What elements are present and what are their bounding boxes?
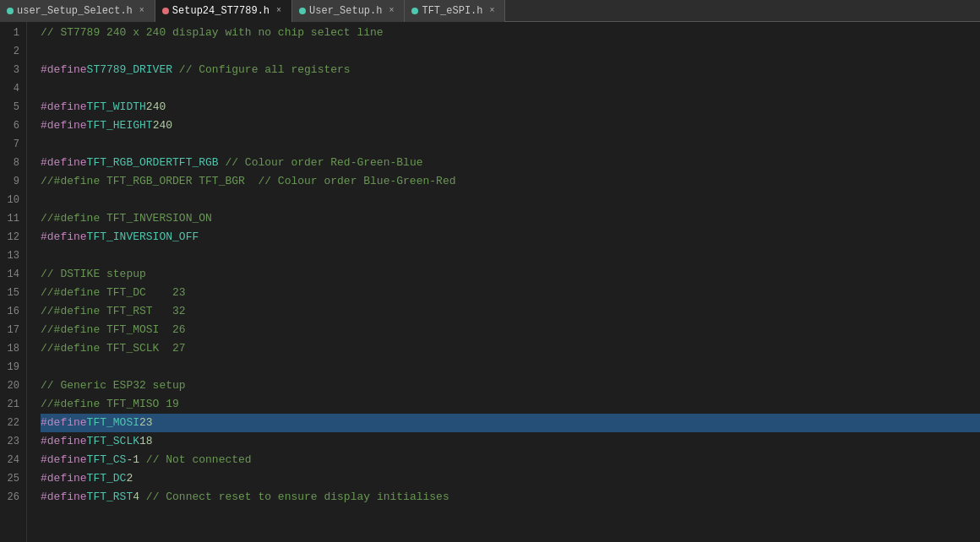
line-number-13: 13 xyxy=(0,247,19,265)
line-number-11: 11 xyxy=(0,209,19,228)
line-number-4: 4 xyxy=(0,79,19,98)
code-line-9: //#define TFT_RGB_ORDER TFT_BGR // Colou… xyxy=(41,172,980,191)
tab-label-setup24_st7789: Setup24_ST7789.h xyxy=(172,5,270,17)
code-line-22: #define TFT_MOSI 23 xyxy=(41,414,980,432)
tab-label-tft_espi: TFT_eSPI.h xyxy=(422,5,482,17)
line-number-18: 18 xyxy=(0,339,19,358)
code-line-17: //#define TFT_MOSI 26 xyxy=(41,321,980,339)
tab-user_setup_select[interactable]: user_Setup_Select.h× xyxy=(0,0,155,22)
code-area: 1234567891011121314151617181920212223242… xyxy=(0,22,980,542)
tab-dot-tft_espi xyxy=(411,8,418,14)
code-line-4 xyxy=(41,79,980,98)
code-line-2 xyxy=(41,42,980,61)
line-number-26: 26 xyxy=(0,488,19,507)
code-line-12: #define TFT_INVERSION_OFF xyxy=(41,228,980,247)
line-number-2: 2 xyxy=(0,42,19,61)
tab-close-user_setup[interactable]: × xyxy=(385,5,397,17)
line-number-23: 23 xyxy=(0,432,19,451)
code-line-7 xyxy=(41,135,980,154)
line-number-19: 19 xyxy=(0,358,19,377)
code-line-11: //#define TFT_INVERSION_ON xyxy=(41,209,980,228)
line-number-24: 24 xyxy=(0,451,19,469)
tab-dot-user_setup_select xyxy=(7,8,14,14)
tab-tft_espi[interactable]: TFT_eSPI.h× xyxy=(405,0,505,22)
line-number-15: 15 xyxy=(0,284,19,302)
line-numbers: 1234567891011121314151617181920212223242… xyxy=(0,22,27,542)
code-content: // ST7789 240 x 240 display with no chip… xyxy=(27,22,980,542)
code-line-24: #define TFT_CS -1 // Not connected xyxy=(41,451,980,469)
line-number-16: 16 xyxy=(0,302,19,321)
line-number-8: 8 xyxy=(0,154,19,172)
code-line-20: // Generic ESP32 setup xyxy=(41,377,980,395)
line-number-22: 22 xyxy=(0,414,19,432)
line-number-25: 25 xyxy=(0,469,19,488)
tab-close-user_setup_select[interactable]: × xyxy=(136,5,148,17)
code-line-18: //#define TFT_SCLK 27 xyxy=(41,339,980,358)
code-line-10 xyxy=(41,191,980,209)
line-number-10: 10 xyxy=(0,191,19,209)
code-line-1: // ST7789 240 x 240 display with no chip… xyxy=(41,24,980,42)
line-number-12: 12 xyxy=(0,228,19,247)
line-number-6: 6 xyxy=(0,117,19,135)
line-number-7: 7 xyxy=(0,135,19,154)
tab-dot-setup24_st7789 xyxy=(162,8,169,14)
tab-setup24_st7789[interactable]: Setup24_ST7789.h× xyxy=(155,0,292,22)
tab-user_setup[interactable]: User_Setup.h× xyxy=(292,0,405,22)
code-line-19 xyxy=(41,358,980,377)
code-line-6: #define TFT_HEIGHT 240 xyxy=(41,117,980,135)
line-number-20: 20 xyxy=(0,377,19,395)
tab-label-user_setup: User_Setup.h xyxy=(309,5,382,17)
code-line-25: #define TFT_DC 2 xyxy=(41,469,980,488)
code-line-5: #define TFT_WIDTH 240 xyxy=(41,98,980,117)
code-line-15: //#define TFT_DC 23 xyxy=(41,284,980,302)
tab-close-tft_espi[interactable]: × xyxy=(486,5,498,17)
code-line-16: //#define TFT_RST 32 xyxy=(41,302,980,321)
code-line-26: #define TFT_RST 4 // Connect reset to en… xyxy=(41,488,980,507)
tab-bar: user_Setup_Select.h×Setup24_ST7789.h×Use… xyxy=(0,0,980,22)
code-line-14: // DSTIKE stepup xyxy=(41,265,980,284)
line-number-5: 5 xyxy=(0,98,19,117)
tab-dot-user_setup xyxy=(299,8,306,14)
tab-label-user_setup_select: user_Setup_Select.h xyxy=(17,5,133,17)
line-number-1: 1 xyxy=(0,24,19,42)
code-line-8: #define TFT_RGB_ORDER TFT_RGB // Colour … xyxy=(41,154,980,172)
tab-close-setup24_st7789[interactable]: × xyxy=(273,5,285,17)
code-line-13 xyxy=(41,247,980,265)
line-number-17: 17 xyxy=(0,321,19,339)
line-number-21: 21 xyxy=(0,395,19,414)
code-line-21: //#define TFT_MISO 19 xyxy=(41,395,980,414)
line-number-14: 14 xyxy=(0,265,19,284)
code-line-23: #define TFT_SCLK 18 xyxy=(41,432,980,451)
line-number-3: 3 xyxy=(0,61,19,79)
code-line-3: #define ST7789_DRIVER // Configure all r… xyxy=(41,61,980,79)
line-number-9: 9 xyxy=(0,172,19,191)
